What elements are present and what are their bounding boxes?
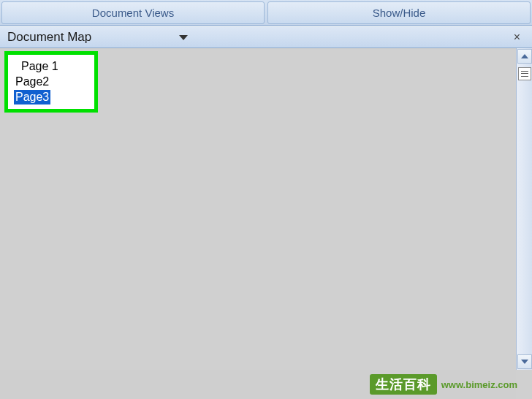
dropdown-arrow-icon[interactable] xyxy=(179,35,188,40)
scroll-up-button[interactable] xyxy=(517,49,532,64)
close-button[interactable]: × xyxy=(509,31,525,44)
docmap-item-label: Page3 xyxy=(14,90,50,105)
ribbon-bar: Document Views Show/Hide xyxy=(0,0,532,26)
ribbon-group-label: Document Views xyxy=(92,7,174,19)
docmap-item-label: Page2 xyxy=(15,75,49,88)
docmap-item-label: Page 1 xyxy=(21,60,58,72)
workspace: Page 1 Page2 Page3 生活百科 www.bimeiz.com xyxy=(0,48,532,399)
watermark-url: www.bimeiz.com xyxy=(441,379,517,390)
docmap-item-page1[interactable]: Page 1 xyxy=(14,59,88,75)
document-map-list: Page 1 Page2 Page3 xyxy=(4,51,98,113)
chevron-down-icon xyxy=(521,360,528,364)
document-map-pane-header: Document Map × xyxy=(0,26,532,48)
ribbon-group-document-views[interactable]: Document Views xyxy=(1,1,265,24)
watermark: 生活百科 www.bimeiz.com xyxy=(370,374,517,395)
chevron-up-icon xyxy=(521,54,528,58)
vertical-scrollbar[interactable] xyxy=(516,48,532,370)
docmap-item-page3[interactable]: Page3 xyxy=(14,90,88,105)
ribbon-group-label: Show/Hide xyxy=(373,7,426,19)
pane-title: Document Map xyxy=(7,30,91,45)
ribbon-group-show-hide[interactable]: Show/Hide xyxy=(267,1,531,24)
watermark-logo: 生活百科 xyxy=(370,374,437,395)
view-mode-button[interactable] xyxy=(518,67,531,80)
scroll-down-button[interactable] xyxy=(517,354,532,369)
docmap-item-page2[interactable]: Page2 xyxy=(14,75,88,90)
